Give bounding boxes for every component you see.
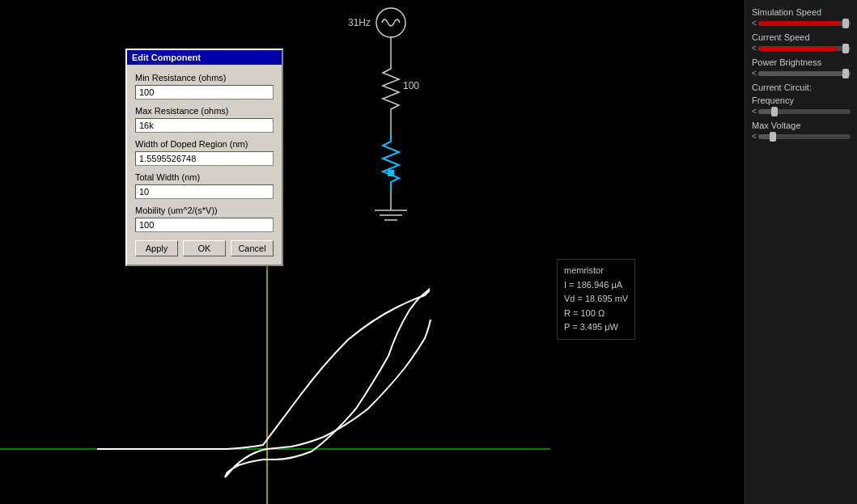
dialog-titlebar: Edit Component — [127, 50, 282, 65]
ok-button[interactable]: OK — [183, 240, 226, 256]
simulation-speed-label: Simulation Speed — [752, 7, 851, 17]
frequency-label: 31Hz — [348, 17, 371, 28]
max-voltage-label: Max Voltage — [752, 121, 851, 130]
component-name: memristor — [564, 264, 628, 278]
current-speed-slider-row: < — [752, 44, 851, 53]
simulation-area: 31Hz 100 me — [0, 0, 745, 504]
right-panel: Simulation Speed < Current Speed < Power… — [745, 0, 857, 504]
component-resistance: R = 100 Ω — [564, 307, 628, 321]
apply-button[interactable]: Apply — [135, 240, 178, 256]
field-max-resistance: Max Resistance (ohms) — [135, 106, 274, 133]
label-total-width: Total Width (nm) — [135, 172, 274, 182]
simulation-speed-slider-row: < — [752, 19, 851, 28]
current-speed-label: Current Speed — [752, 32, 851, 42]
input-min-resistance[interactable] — [135, 85, 274, 100]
input-mobility[interactable] — [135, 218, 274, 232]
cancel-button[interactable]: Cancel — [231, 240, 274, 256]
input-max-resistance[interactable] — [135, 118, 274, 133]
max-voltage-slider-row: < — [752, 132, 851, 141]
max-voltage-track[interactable] — [758, 134, 851, 139]
input-doped-width[interactable] — [135, 151, 274, 166]
label-max-resistance: Max Resistance (ohms) — [135, 106, 274, 116]
component-voltage: Vd = 18.695 mV — [564, 292, 628, 307]
label-min-resistance: Min Resistance (ohms) — [135, 73, 274, 83]
component-power: P = 3.495 μW — [564, 320, 628, 335]
current-speed-track[interactable] — [758, 46, 851, 51]
power-brightness-left-arrow[interactable]: < — [752, 69, 757, 78]
circuit-svg: 31Hz 100 — [0, 0, 745, 251]
label-mobility: Mobility (um^2/(s*V)) — [135, 205, 274, 215]
resistor-value: 100 — [403, 80, 419, 91]
power-brightness-track[interactable] — [758, 71, 851, 76]
current-circuit-label: Current Circuit: — [752, 83, 851, 92]
field-min-resistance: Min Resistance (ohms) — [135, 73, 274, 100]
simulation-speed-track[interactable] — [758, 21, 851, 26]
label-doped-width: Width of Doped Region (nm) — [135, 139, 274, 149]
svg-point-0 — [376, 8, 405, 37]
frequency-label: Frequency — [752, 95, 851, 105]
field-mobility: Mobility (um^2/(s*V)) — [135, 205, 274, 232]
field-doped-width: Width of Doped Region (nm) — [135, 139, 274, 166]
dialog-title: Edit Component — [132, 53, 201, 62]
current-speed-left-arrow[interactable]: < — [752, 44, 757, 53]
svg-rect-7 — [388, 170, 394, 176]
dialog-body: Min Resistance (ohms) Max Resistance (oh… — [127, 65, 282, 265]
frequency-slider-row: < — [752, 107, 851, 116]
power-brightness-label: Power Brightness — [752, 57, 851, 67]
field-total-width: Total Width (nm) — [135, 172, 274, 199]
component-current: I = 186.946 μA — [564, 278, 628, 293]
frequency-track[interactable] — [758, 109, 851, 114]
input-total-width[interactable] — [135, 184, 274, 199]
sim-speed-left-arrow[interactable]: < — [752, 19, 757, 28]
edit-dialog: Edit Component Min Resistance (ohms) Max… — [125, 49, 283, 266]
power-brightness-slider-row: < — [752, 69, 851, 78]
frequency-left-arrow[interactable]: < — [752, 107, 757, 116]
dialog-buttons: Apply OK Cancel — [135, 240, 274, 256]
component-info: memristor I = 186.946 μA Vd = 18.695 mV … — [557, 259, 635, 340]
max-voltage-left-arrow[interactable]: < — [752, 132, 757, 141]
